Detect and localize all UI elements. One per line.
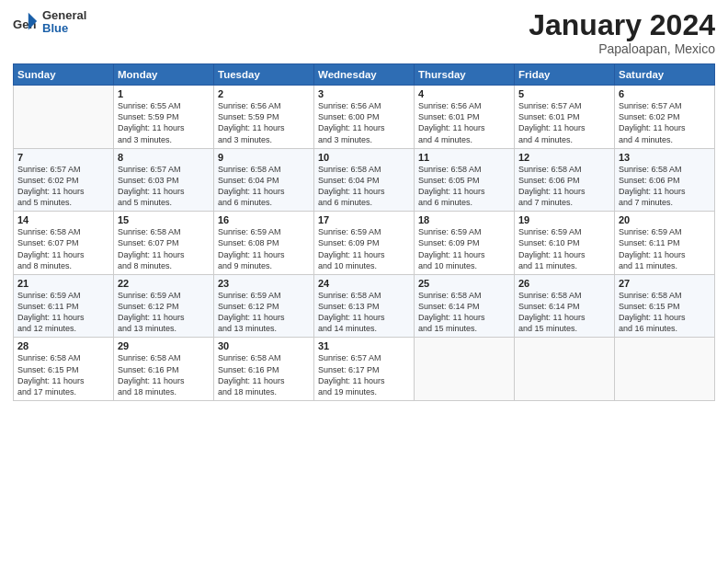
day-number: 9 bbox=[218, 152, 310, 163]
calendar-cell: 11Sunrise: 6:58 AMSunset: 6:05 PMDayligh… bbox=[415, 148, 515, 212]
day-number: 7 bbox=[17, 152, 109, 163]
month-title: January 2024 bbox=[529, 9, 715, 41]
day-info: Sunrise: 6:58 AMSunset: 6:06 PMDaylight:… bbox=[518, 164, 610, 209]
calendar-cell: 17Sunrise: 6:59 AMSunset: 6:09 PMDayligh… bbox=[314, 212, 415, 275]
day-info: Sunrise: 6:58 AMSunset: 6:14 PMDaylight:… bbox=[518, 290, 610, 335]
calendar-cell: 6Sunrise: 6:57 AMSunset: 6:02 PMDaylight… bbox=[615, 86, 715, 149]
day-info: Sunrise: 6:57 AMSunset: 6:01 PMDaylight:… bbox=[518, 100, 610, 145]
calendar-cell bbox=[415, 338, 515, 401]
calendar-cell: 2Sunrise: 6:56 AMSunset: 5:59 PMDaylight… bbox=[214, 86, 314, 149]
day-info: Sunrise: 6:59 AMSunset: 6:11 PMDaylight:… bbox=[17, 290, 109, 335]
calendar-cell: 20Sunrise: 6:59 AMSunset: 6:11 PMDayligh… bbox=[615, 212, 715, 275]
day-number: 17 bbox=[318, 214, 410, 225]
weekday-saturday: Saturday bbox=[615, 64, 715, 86]
weekday-header-row: SundayMondayTuesdayWednesdayThursdayFrid… bbox=[14, 64, 715, 86]
calendar-cell: 3Sunrise: 6:56 AMSunset: 6:00 PMDaylight… bbox=[314, 86, 415, 149]
calendar-cell: 4Sunrise: 6:56 AMSunset: 6:01 PMDaylight… bbox=[415, 86, 515, 149]
day-number: 2 bbox=[218, 88, 310, 99]
calendar-cell: 21Sunrise: 6:59 AMSunset: 6:11 PMDayligh… bbox=[14, 274, 114, 338]
day-number: 18 bbox=[418, 214, 510, 225]
calendar-cell: 16Sunrise: 6:59 AMSunset: 6:08 PMDayligh… bbox=[214, 212, 314, 275]
day-number: 5 bbox=[518, 88, 610, 99]
calendar-cell: 28Sunrise: 6:58 AMSunset: 6:15 PMDayligh… bbox=[14, 338, 114, 401]
calendar-cell: 25Sunrise: 6:58 AMSunset: 6:14 PMDayligh… bbox=[415, 274, 515, 338]
logo-icon: Gen bbox=[13, 9, 39, 35]
day-info: Sunrise: 6:58 AMSunset: 6:04 PMDaylight:… bbox=[218, 164, 310, 209]
day-number: 12 bbox=[518, 152, 610, 163]
day-number: 10 bbox=[318, 152, 410, 163]
day-info: Sunrise: 6:59 AMSunset: 6:11 PMDaylight:… bbox=[619, 226, 711, 271]
day-info: Sunrise: 6:56 AMSunset: 6:01 PMDaylight:… bbox=[418, 100, 510, 145]
calendar-cell: 24Sunrise: 6:58 AMSunset: 6:13 PMDayligh… bbox=[314, 274, 415, 338]
calendar-cell bbox=[14, 86, 114, 149]
day-info: Sunrise: 6:58 AMSunset: 6:05 PMDaylight:… bbox=[418, 164, 510, 209]
calendar-cell: 14Sunrise: 6:58 AMSunset: 6:07 PMDayligh… bbox=[14, 212, 114, 275]
day-number: 14 bbox=[17, 214, 109, 225]
day-info: Sunrise: 6:58 AMSunset: 6:13 PMDaylight:… bbox=[318, 290, 410, 335]
calendar-cell: 31Sunrise: 6:57 AMSunset: 6:17 PMDayligh… bbox=[314, 338, 415, 401]
day-info: Sunrise: 6:58 AMSunset: 6:14 PMDaylight:… bbox=[418, 290, 510, 335]
day-number: 13 bbox=[619, 152, 711, 163]
day-number: 11 bbox=[418, 152, 510, 163]
calendar-cell: 26Sunrise: 6:58 AMSunset: 6:14 PMDayligh… bbox=[515, 274, 615, 338]
day-number: 27 bbox=[619, 278, 711, 289]
day-info: Sunrise: 6:58 AMSunset: 6:16 PMDaylight:… bbox=[118, 352, 210, 397]
calendar-cell: 10Sunrise: 6:58 AMSunset: 6:04 PMDayligh… bbox=[314, 148, 415, 212]
day-number: 4 bbox=[418, 88, 510, 99]
page-header: Gen General Blue January 2024 Papaloapan… bbox=[13, 9, 715, 56]
day-info: Sunrise: 6:58 AMSunset: 6:15 PMDaylight:… bbox=[619, 290, 711, 335]
calendar-week-5: 28Sunrise: 6:58 AMSunset: 6:15 PMDayligh… bbox=[14, 338, 715, 401]
day-info: Sunrise: 6:57 AMSunset: 6:02 PMDaylight:… bbox=[619, 100, 711, 145]
calendar-cell: 30Sunrise: 6:58 AMSunset: 6:16 PMDayligh… bbox=[214, 338, 314, 401]
day-number: 30 bbox=[218, 340, 310, 351]
day-number: 6 bbox=[619, 88, 711, 99]
day-info: Sunrise: 6:58 AMSunset: 6:07 PMDaylight:… bbox=[17, 226, 109, 271]
weekday-wednesday: Wednesday bbox=[314, 64, 415, 86]
day-info: Sunrise: 6:59 AMSunset: 6:12 PMDaylight:… bbox=[118, 290, 210, 335]
calendar-cell bbox=[515, 338, 615, 401]
day-number: 28 bbox=[17, 340, 109, 351]
calendar-week-2: 7Sunrise: 6:57 AMSunset: 6:02 PMDaylight… bbox=[14, 148, 715, 212]
weekday-friday: Friday bbox=[515, 64, 615, 86]
weekday-thursday: Thursday bbox=[415, 64, 515, 86]
day-number: 15 bbox=[118, 214, 210, 225]
day-info: Sunrise: 6:57 AMSunset: 6:03 PMDaylight:… bbox=[118, 164, 210, 209]
calendar-cell: 27Sunrise: 6:58 AMSunset: 6:15 PMDayligh… bbox=[615, 274, 715, 338]
day-info: Sunrise: 6:59 AMSunset: 6:09 PMDaylight:… bbox=[418, 226, 510, 271]
calendar-body: 1Sunrise: 6:55 AMSunset: 5:59 PMDaylight… bbox=[14, 86, 715, 401]
calendar-week-1: 1Sunrise: 6:55 AMSunset: 5:59 PMDaylight… bbox=[14, 86, 715, 149]
calendar-cell: 1Sunrise: 6:55 AMSunset: 5:59 PMDaylight… bbox=[114, 86, 214, 149]
day-info: Sunrise: 6:56 AMSunset: 6:00 PMDaylight:… bbox=[318, 100, 410, 145]
day-number: 25 bbox=[418, 278, 510, 289]
day-info: Sunrise: 6:58 AMSunset: 6:16 PMDaylight:… bbox=[218, 352, 310, 397]
calendar-cell bbox=[615, 338, 715, 401]
title-block: January 2024 Papaloapan, Mexico bbox=[529, 9, 715, 56]
day-info: Sunrise: 6:59 AMSunset: 6:09 PMDaylight:… bbox=[318, 226, 410, 271]
calendar-week-3: 14Sunrise: 6:58 AMSunset: 6:07 PMDayligh… bbox=[14, 212, 715, 275]
day-number: 26 bbox=[518, 278, 610, 289]
calendar-cell: 15Sunrise: 6:58 AMSunset: 6:07 PMDayligh… bbox=[114, 212, 214, 275]
weekday-tuesday: Tuesday bbox=[214, 64, 314, 86]
day-info: Sunrise: 6:58 AMSunset: 6:07 PMDaylight:… bbox=[118, 226, 210, 271]
calendar-cell: 19Sunrise: 6:59 AMSunset: 6:10 PMDayligh… bbox=[515, 212, 615, 275]
calendar-cell: 29Sunrise: 6:58 AMSunset: 6:16 PMDayligh… bbox=[114, 338, 214, 401]
day-number: 24 bbox=[318, 278, 410, 289]
day-number: 23 bbox=[218, 278, 310, 289]
calendar-cell: 5Sunrise: 6:57 AMSunset: 6:01 PMDaylight… bbox=[515, 86, 615, 149]
day-info: Sunrise: 6:58 AMSunset: 6:15 PMDaylight:… bbox=[17, 352, 109, 397]
day-info: Sunrise: 6:59 AMSunset: 6:10 PMDaylight:… bbox=[518, 226, 610, 271]
day-number: 8 bbox=[118, 152, 210, 163]
day-info: Sunrise: 6:59 AMSunset: 6:08 PMDaylight:… bbox=[218, 226, 310, 271]
day-info: Sunrise: 6:58 AMSunset: 6:04 PMDaylight:… bbox=[318, 164, 410, 209]
calendar-table: SundayMondayTuesdayWednesdayThursdayFrid… bbox=[13, 63, 715, 401]
calendar-cell: 22Sunrise: 6:59 AMSunset: 6:12 PMDayligh… bbox=[114, 274, 214, 338]
logo-blue-text: Blue bbox=[42, 22, 86, 35]
calendar-cell: 13Sunrise: 6:58 AMSunset: 6:06 PMDayligh… bbox=[615, 148, 715, 212]
day-number: 31 bbox=[318, 340, 410, 351]
logo: Gen General Blue bbox=[13, 9, 86, 36]
day-number: 20 bbox=[619, 214, 711, 225]
weekday-sunday: Sunday bbox=[14, 64, 114, 86]
day-number: 1 bbox=[118, 88, 210, 99]
day-info: Sunrise: 6:58 AMSunset: 6:06 PMDaylight:… bbox=[619, 164, 711, 209]
day-info: Sunrise: 6:59 AMSunset: 6:12 PMDaylight:… bbox=[218, 290, 310, 335]
